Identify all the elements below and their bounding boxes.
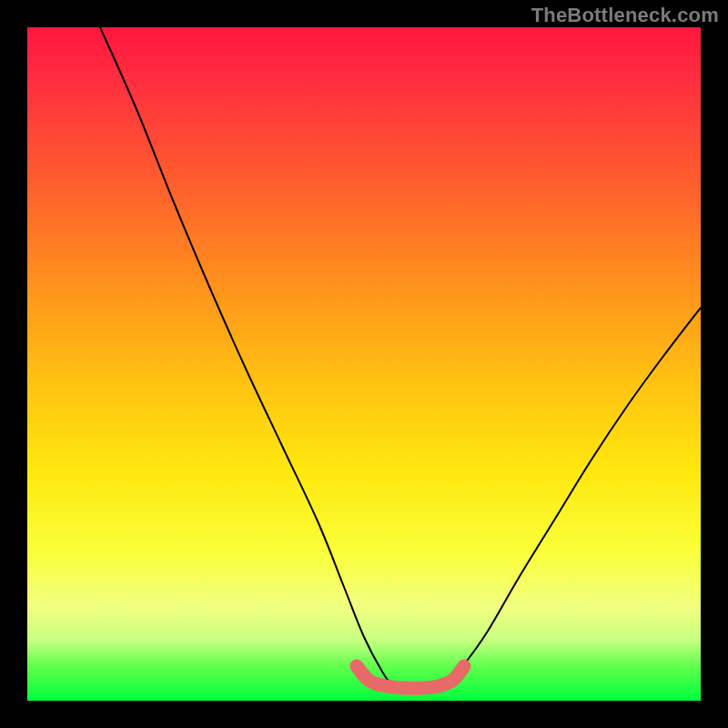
bottom-segment-path	[357, 666, 464, 688]
main-curve-path	[100, 27, 701, 687]
plot-svg	[27, 27, 701, 701]
chart-frame: TheBottleneck.com	[0, 0, 728, 728]
plot-area	[27, 27, 701, 701]
watermark-label: TheBottleneck.com	[531, 4, 719, 27]
